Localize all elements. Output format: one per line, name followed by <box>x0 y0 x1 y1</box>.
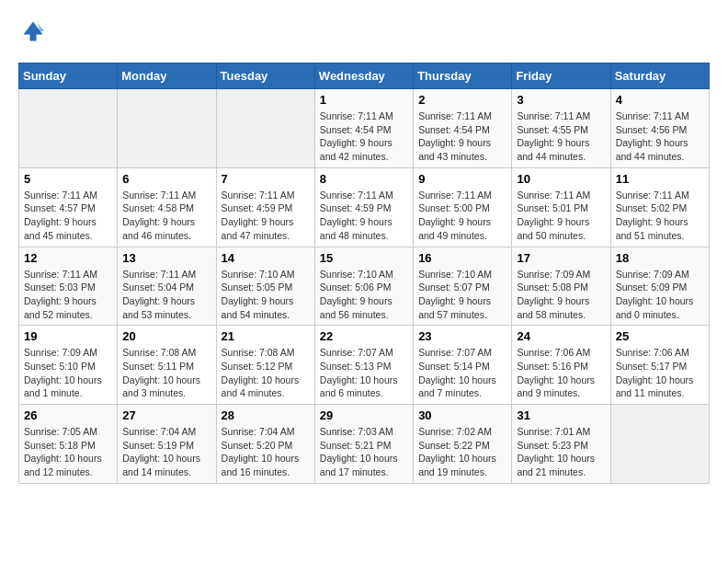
day-detail: Sunrise: 7:10 AM Sunset: 5:05 PM Dayligh… <box>222 268 310 322</box>
day-number: 19 <box>24 329 112 343</box>
day-detail: Sunrise: 7:10 AM Sunset: 5:06 PM Dayligh… <box>320 268 408 322</box>
day-detail: Sunrise: 7:06 AM Sunset: 5:17 PM Dayligh… <box>616 346 704 400</box>
calendar-cell: 24 Sunrise: 7:06 AM Sunset: 5:16 PM Dayl… <box>512 326 610 405</box>
day-number: 15 <box>320 251 408 265</box>
calendar-cell: 26 Sunrise: 7:05 AM Sunset: 5:18 PM Dayl… <box>19 405 118 484</box>
calendar-table: SundayMondayTuesdayWednesdayThursdayFrid… <box>18 63 710 484</box>
day-detail: Sunrise: 7:09 AM Sunset: 5:10 PM Dayligh… <box>24 346 112 400</box>
week-row-5: 26 Sunrise: 7:05 AM Sunset: 5:18 PM Dayl… <box>19 405 710 484</box>
page-header <box>18 18 710 48</box>
calendar-cell: 9 Sunrise: 7:11 AM Sunset: 5:00 PM Dayli… <box>414 167 512 247</box>
weekday-header-row: SundayMondayTuesdayWednesdayThursdayFrid… <box>19 63 710 89</box>
logo-icon <box>20 18 46 44</box>
calendar-cell: 11 Sunrise: 7:11 AM Sunset: 5:02 PM Dayl… <box>610 167 709 247</box>
calendar-cell: 31 Sunrise: 7:01 AM Sunset: 5:23 PM Dayl… <box>512 405 610 484</box>
weekday-header-monday: Monday <box>118 63 216 89</box>
calendar-cell: 18 Sunrise: 7:09 AM Sunset: 5:09 PM Dayl… <box>610 247 709 326</box>
day-number: 2 <box>418 93 506 107</box>
day-number: 20 <box>122 329 210 343</box>
day-number: 13 <box>122 251 210 265</box>
day-detail: Sunrise: 7:06 AM Sunset: 5:16 PM Dayligh… <box>517 346 605 400</box>
day-number: 28 <box>222 408 310 422</box>
day-number: 24 <box>517 329 605 343</box>
calendar-cell: 12 Sunrise: 7:11 AM Sunset: 5:03 PM Dayl… <box>19 247 118 326</box>
day-detail: Sunrise: 7:03 AM Sunset: 5:21 PM Dayligh… <box>320 425 408 479</box>
day-number: 4 <box>616 93 704 107</box>
weekday-header-thursday: Thursday <box>414 63 512 89</box>
day-detail: Sunrise: 7:04 AM Sunset: 5:20 PM Dayligh… <box>222 425 310 479</box>
calendar-cell: 10 Sunrise: 7:11 AM Sunset: 5:01 PM Dayl… <box>512 167 610 247</box>
calendar-cell: 8 Sunrise: 7:11 AM Sunset: 4:59 PM Dayli… <box>314 167 413 247</box>
day-detail: Sunrise: 7:11 AM Sunset: 5:00 PM Dayligh… <box>418 189 506 243</box>
calendar-cell: 5 Sunrise: 7:11 AM Sunset: 4:57 PM Dayli… <box>19 167 118 247</box>
week-row-4: 19 Sunrise: 7:09 AM Sunset: 5:10 PM Dayl… <box>19 326 710 405</box>
day-number: 9 <box>418 172 506 186</box>
day-number: 18 <box>616 251 704 265</box>
weekday-header-wednesday: Wednesday <box>314 63 413 89</box>
calendar-cell: 20 Sunrise: 7:08 AM Sunset: 5:11 PM Dayl… <box>118 326 216 405</box>
calendar-cell: 28 Sunrise: 7:04 AM Sunset: 5:20 PM Dayl… <box>216 405 314 484</box>
calendar-cell: 13 Sunrise: 7:11 AM Sunset: 5:04 PM Dayl… <box>118 247 216 326</box>
calendar-cell: 27 Sunrise: 7:04 AM Sunset: 5:19 PM Dayl… <box>118 405 216 484</box>
day-number: 12 <box>24 251 112 265</box>
calendar-cell: 21 Sunrise: 7:08 AM Sunset: 5:12 PM Dayl… <box>216 326 314 405</box>
calendar-cell: 17 Sunrise: 7:09 AM Sunset: 5:08 PM Dayl… <box>512 247 610 326</box>
day-number: 8 <box>320 172 408 186</box>
week-row-2: 5 Sunrise: 7:11 AM Sunset: 4:57 PM Dayli… <box>19 167 710 247</box>
day-detail: Sunrise: 7:11 AM Sunset: 5:03 PM Dayligh… <box>24 268 112 322</box>
calendar-cell: 7 Sunrise: 7:11 AM Sunset: 4:59 PM Dayli… <box>216 167 314 247</box>
day-number: 1 <box>320 93 408 107</box>
calendar-cell: 1 Sunrise: 7:11 AM Sunset: 4:54 PM Dayli… <box>314 89 413 168</box>
calendar-cell: 6 Sunrise: 7:11 AM Sunset: 4:58 PM Dayli… <box>118 167 216 247</box>
day-number: 22 <box>320 329 408 343</box>
calendar-cell <box>118 89 216 168</box>
day-number: 29 <box>320 408 408 422</box>
calendar-cell: 14 Sunrise: 7:10 AM Sunset: 5:05 PM Dayl… <box>216 247 314 326</box>
day-number: 30 <box>418 408 506 422</box>
day-detail: Sunrise: 7:11 AM Sunset: 5:02 PM Dayligh… <box>616 189 704 243</box>
day-detail: Sunrise: 7:11 AM Sunset: 5:04 PM Dayligh… <box>122 268 210 322</box>
day-detail: Sunrise: 7:11 AM Sunset: 4:58 PM Dayligh… <box>122 189 210 243</box>
week-row-3: 12 Sunrise: 7:11 AM Sunset: 5:03 PM Dayl… <box>19 247 710 326</box>
week-row-1: 1 Sunrise: 7:11 AM Sunset: 4:54 PM Dayli… <box>19 89 710 168</box>
day-detail: Sunrise: 7:11 AM Sunset: 5:01 PM Dayligh… <box>517 189 605 243</box>
day-detail: Sunrise: 7:07 AM Sunset: 5:14 PM Dayligh… <box>418 346 506 400</box>
calendar-cell: 16 Sunrise: 7:10 AM Sunset: 5:07 PM Dayl… <box>414 247 512 326</box>
day-number: 14 <box>222 251 310 265</box>
day-number: 5 <box>24 172 112 186</box>
calendar-cell <box>216 89 314 168</box>
day-number: 21 <box>222 329 310 343</box>
weekday-header-sunday: Sunday <box>19 63 118 89</box>
calendar-cell <box>19 89 118 168</box>
calendar-cell: 3 Sunrise: 7:11 AM Sunset: 4:55 PM Dayli… <box>512 89 610 168</box>
day-detail: Sunrise: 7:11 AM Sunset: 4:54 PM Dayligh… <box>320 109 408 164</box>
weekday-header-tuesday: Tuesday <box>216 63 314 89</box>
day-detail: Sunrise: 7:08 AM Sunset: 5:12 PM Dayligh… <box>222 346 310 400</box>
day-detail: Sunrise: 7:01 AM Sunset: 5:23 PM Dayligh… <box>517 425 605 479</box>
day-detail: Sunrise: 7:11 AM Sunset: 4:59 PM Dayligh… <box>320 189 408 243</box>
calendar-cell: 22 Sunrise: 7:07 AM Sunset: 5:13 PM Dayl… <box>314 326 413 405</box>
calendar-cell: 29 Sunrise: 7:03 AM Sunset: 5:21 PM Dayl… <box>314 405 413 484</box>
day-number: 11 <box>616 172 704 186</box>
day-number: 7 <box>222 172 310 186</box>
calendar-cell: 23 Sunrise: 7:07 AM Sunset: 5:14 PM Dayl… <box>414 326 512 405</box>
weekday-header-friday: Friday <box>512 63 610 89</box>
day-detail: Sunrise: 7:07 AM Sunset: 5:13 PM Dayligh… <box>320 346 408 400</box>
day-number: 23 <box>418 329 506 343</box>
day-number: 6 <box>122 172 210 186</box>
day-number: 27 <box>122 408 210 422</box>
day-detail: Sunrise: 7:09 AM Sunset: 5:08 PM Dayligh… <box>517 268 605 322</box>
calendar-cell: 4 Sunrise: 7:11 AM Sunset: 4:56 PM Dayli… <box>610 89 709 168</box>
calendar-cell: 25 Sunrise: 7:06 AM Sunset: 5:17 PM Dayl… <box>610 326 709 405</box>
day-detail: Sunrise: 7:02 AM Sunset: 5:22 PM Dayligh… <box>418 425 506 479</box>
day-number: 16 <box>418 251 506 265</box>
day-detail: Sunrise: 7:11 AM Sunset: 4:55 PM Dayligh… <box>517 109 605 164</box>
weekday-header-saturday: Saturday <box>610 63 709 89</box>
day-number: 26 <box>24 408 112 422</box>
day-number: 10 <box>517 172 605 186</box>
day-number: 17 <box>517 251 605 265</box>
day-number: 3 <box>517 93 605 107</box>
logo <box>18 18 46 48</box>
day-detail: Sunrise: 7:11 AM Sunset: 4:59 PM Dayligh… <box>222 189 310 243</box>
calendar-cell: 15 Sunrise: 7:10 AM Sunset: 5:06 PM Dayl… <box>314 247 413 326</box>
